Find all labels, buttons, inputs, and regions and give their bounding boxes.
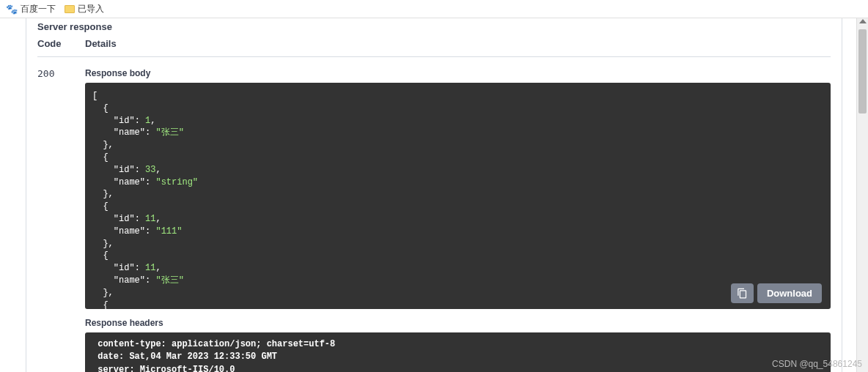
main-content: Server response Code Details 200 Respons… (0, 18, 868, 372)
scrollbar-thumb[interactable] (858, 29, 867, 114)
table-header-row: Code Details (37, 38, 831, 57)
paw-icon: 🐾 (6, 4, 18, 15)
response-body-content[interactable]: [ { "id": 1, "name": "张三" }, { "id": 33,… (85, 83, 831, 309)
clipboard-icon (737, 288, 748, 299)
response-row: 200 Response body [ { "id": 1, "name": "… (37, 57, 831, 372)
folder-icon (65, 5, 75, 13)
bookmark-label: 已导入 (78, 3, 104, 15)
scroll-up-icon (859, 19, 867, 23)
copy-button[interactable] (731, 283, 754, 303)
content-wrapper: Server response Code Details 200 Respons… (26, 18, 842, 372)
section-title: Server response (37, 18, 831, 38)
watermark: CSDN @qq_54861245 (772, 359, 862, 369)
bookmark-imported[interactable]: 已导入 (65, 3, 104, 15)
details-header: Details (85, 38, 831, 49)
bookmark-baidu[interactable]: 🐾 百度一下 (6, 3, 56, 15)
details-column: Response body [ { "id": 1, "name": "张三" … (85, 68, 831, 372)
response-headers-content[interactable]: content-type: application/json; charset=… (85, 332, 831, 372)
page-scrollbar[interactable] (856, 18, 868, 372)
bookmark-label: 百度一下 (21, 3, 56, 15)
status-code: 200 (37, 68, 85, 372)
code-header: Code (37, 38, 85, 49)
response-body-wrapper: [ { "id": 1, "name": "张三" }, { "id": 33,… (85, 83, 831, 309)
response-table: Code Details 200 Response body [ { "id":… (37, 38, 831, 372)
response-headers-label: Response headers (85, 318, 831, 328)
response-body-label: Response body (85, 68, 831, 78)
action-buttons: Download (731, 283, 822, 303)
bookmarks-bar: 🐾 百度一下 已导入 (0, 0, 868, 18)
download-button[interactable]: Download (757, 283, 822, 303)
